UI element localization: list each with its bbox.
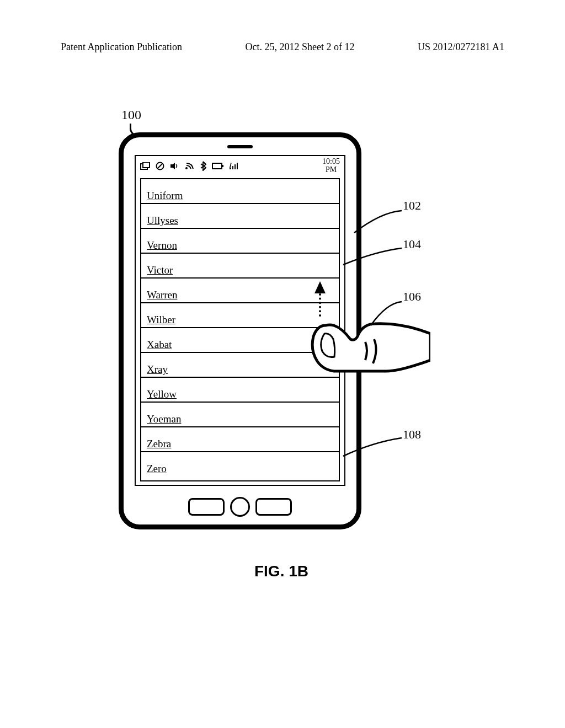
list-item-label: Ullyses [147, 215, 178, 227]
list-item[interactable]: Vernon [141, 229, 339, 254]
svg-rect-1 [143, 162, 150, 168]
home-button[interactable] [230, 497, 250, 517]
svg-line-3 [157, 163, 163, 169]
list-item[interactable]: Victor [141, 254, 339, 279]
header-left: Patent Application Publication [61, 41, 182, 53]
svg-rect-11 [237, 163, 238, 169]
scroll-up-arrow-icon [320, 281, 326, 317]
status-time-period: PM [322, 166, 340, 174]
list-item-label: Yoeman [147, 413, 181, 425]
ref-label-100: 100 [121, 108, 141, 122]
header-center: Oct. 25, 2012 Sheet 2 of 12 [245, 41, 354, 53]
window-icon [140, 162, 150, 170]
list-item-label: Warren [147, 289, 177, 301]
list-item[interactable]: Zebra [141, 427, 339, 452]
battery-icon [212, 163, 224, 169]
page-header: Patent Application Publication Oct. 25, … [61, 41, 504, 53]
status-bar: 10:05 PM [136, 156, 344, 176]
list-item[interactable]: Uniform [141, 179, 339, 204]
status-time: 10:05 PM [322, 158, 340, 174]
ref-label-104: 104 [403, 237, 421, 251]
list-item-label: Wilber [147, 314, 175, 326]
header-right: US 2012/0272181 A1 [418, 41, 504, 53]
svg-rect-7 [222, 165, 223, 167]
ref-leader-106 [370, 301, 403, 328]
ref-leader-102 [353, 210, 403, 237]
ref-label-102: 102 [403, 199, 421, 213]
list-item[interactable]: Ullyses [141, 204, 339, 229]
svg-rect-6 [212, 163, 222, 169]
list-item-label: Uniform [147, 190, 183, 202]
list-item[interactable]: Warren [141, 279, 339, 303]
left-soft-key[interactable] [188, 498, 225, 516]
bluetooth-icon [200, 161, 206, 171]
svg-rect-9 [232, 166, 233, 169]
ref-leader-104 [342, 247, 403, 269]
svg-rect-10 [234, 164, 236, 169]
list-item[interactable]: Zero [141, 452, 339, 476]
list-item-label: Yellow [147, 388, 177, 400]
right-soft-key[interactable] [255, 498, 292, 516]
list-item-label: Victor [147, 264, 173, 276]
figure: 100 [110, 99, 452, 596]
hardware-buttons [124, 497, 356, 517]
no-entry-icon [156, 162, 164, 170]
svg-marker-4 [170, 163, 175, 169]
finger-gesture-icon [303, 317, 430, 400]
list-item-label: Xabat [147, 339, 172, 351]
list-item-label: Zero [147, 463, 167, 475]
ref-label-106: 106 [403, 290, 421, 304]
signal-icon [230, 162, 238, 170]
speaker-icon [170, 162, 179, 170]
list-item[interactable]: Yoeman [141, 403, 339, 427]
figure-caption: FIG. 1B [110, 563, 452, 580]
wifi-icon [184, 162, 194, 170]
list-item-label: Xray [147, 363, 168, 376]
svg-point-5 [185, 167, 188, 169]
ref-leader-108 [342, 437, 403, 459]
list-item-label: Zebra [147, 438, 171, 450]
list-item-label: Vernon [147, 239, 177, 251]
ref-label-108: 108 [403, 427, 421, 442]
speaker-slot [227, 145, 253, 148]
status-time-value: 10:05 [322, 158, 340, 166]
